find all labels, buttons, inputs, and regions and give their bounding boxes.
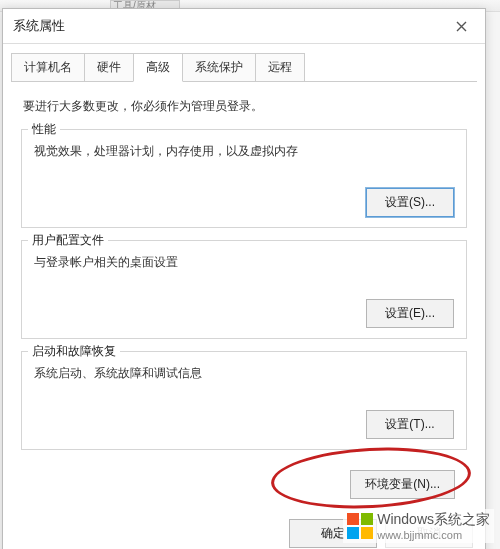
group-desc-user-profiles: 与登录帐户相关的桌面设置	[22, 254, 466, 271]
tab-remote[interactable]: 远程	[255, 53, 305, 82]
group-startup-recovery: 启动和故障恢复 系统启动、系统故障和调试信息 设置(T)...	[21, 351, 467, 450]
settings-performance-button[interactable]: 设置(S)...	[366, 188, 454, 217]
settings-startup-recovery-button[interactable]: 设置(T)...	[366, 410, 454, 439]
watermark-url: www.bjjmmc.com	[377, 529, 490, 541]
env-row: 环境变量(N)...	[21, 462, 467, 501]
dialog-title: 系统属性	[13, 18, 65, 35]
group-user-profiles: 用户配置文件 与登录帐户相关的桌面设置 设置(E)...	[21, 240, 467, 339]
admin-notice: 要进行大多数更改，你必须作为管理员登录。	[23, 98, 467, 115]
tab-hardware[interactable]: 硬件	[84, 53, 134, 82]
tab-advanced[interactable]: 高级	[133, 53, 183, 82]
tab-panel-advanced: 要进行大多数更改，你必须作为管理员登录。 性能 视觉效果，处理器计划，内存使用，…	[11, 81, 477, 509]
group-desc-startup-recovery: 系统启动、系统故障和调试信息	[22, 365, 466, 382]
settings-user-profiles-button[interactable]: 设置(E)...	[366, 299, 454, 328]
titlebar: 系统属性	[3, 9, 485, 44]
group-title-performance: 性能	[28, 121, 60, 138]
watermark-brand: Windows系统之家	[377, 511, 490, 527]
windows-logo-icon	[347, 513, 373, 539]
group-desc-performance: 视觉效果，处理器计划，内存使用，以及虚拟内存	[22, 143, 466, 160]
watermark: Windows系统之家 www.bjjmmc.com	[343, 509, 494, 543]
tab-computer-name[interactable]: 计算机名	[11, 53, 85, 82]
environment-variables-button[interactable]: 环境变量(N)...	[350, 470, 455, 499]
close-button[interactable]	[447, 16, 475, 36]
close-icon	[456, 21, 467, 32]
group-performance: 性能 视觉效果，处理器计划，内存使用，以及虚拟内存 设置(S)...	[21, 129, 467, 228]
tab-system-protection[interactable]: 系统保护	[182, 53, 256, 82]
group-title-startup-recovery: 启动和故障恢复	[28, 343, 120, 360]
system-properties-dialog: 系统属性 计算机名 硬件 高级 系统保护 远程 要进行大多数更改，你必须作为管理…	[2, 8, 486, 549]
tabstrip: 计算机名 硬件 高级 系统保护 远程	[3, 44, 485, 81]
group-title-user-profiles: 用户配置文件	[28, 232, 108, 249]
